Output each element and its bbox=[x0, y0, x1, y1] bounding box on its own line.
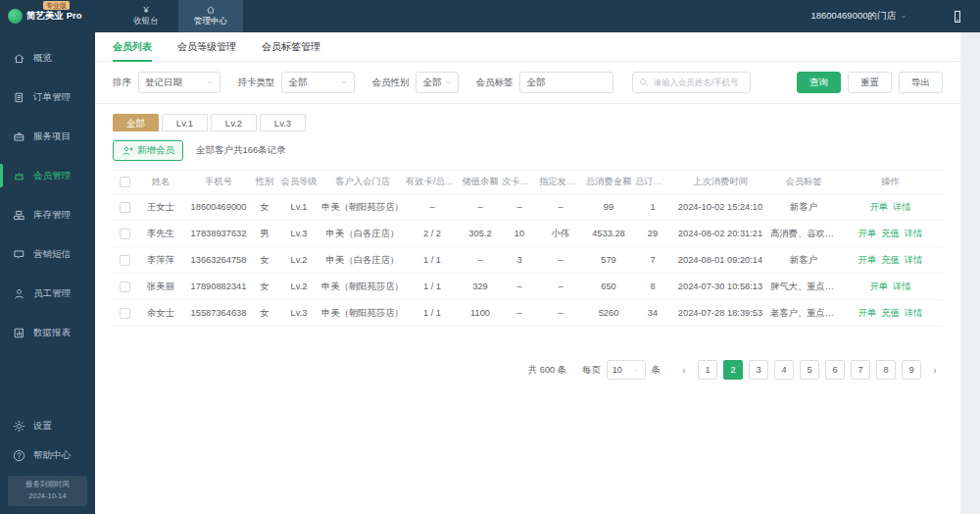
logo-badge: 专业版 bbox=[43, 1, 70, 10]
page-button-3[interactable]: 3 bbox=[749, 360, 768, 380]
cell-total: 579 bbox=[583, 247, 634, 274]
user-icon[interactable] bbox=[922, 10, 936, 24]
column-header: 姓名 bbox=[136, 171, 185, 194]
cell-orders: 29 bbox=[634, 221, 671, 247]
tab-member-level[interactable]: 会员等级管理 bbox=[177, 32, 236, 62]
scrollbar[interactable] bbox=[960, 32, 980, 514]
cell-cards: 1 / 1 bbox=[405, 247, 460, 274]
page-button-8[interactable]: 8 bbox=[876, 360, 896, 380]
page-button-2[interactable]: 2 bbox=[723, 360, 743, 380]
prev-page-button[interactable]: ‹ bbox=[676, 365, 692, 376]
action-link[interactable]: 充值 bbox=[881, 254, 900, 267]
row-checkbox[interactable] bbox=[120, 308, 130, 319]
cell-times: – bbox=[501, 300, 538, 327]
member-tag-label: 会员标签 bbox=[475, 77, 513, 89]
pagination-total: 共 600 条 bbox=[528, 364, 566, 377]
page-button-4[interactable]: 4 bbox=[774, 360, 794, 380]
topnav-label: 收银台 bbox=[133, 16, 159, 27]
page-size-select[interactable]: 10 bbox=[607, 360, 646, 380]
topnav-admin-center[interactable]: 管理中心 bbox=[178, 0, 243, 32]
mobile-icon[interactable] bbox=[951, 10, 964, 24]
sidebar-item-label: 库存管理 bbox=[33, 209, 71, 222]
cell-store: 申美（朝阳苑莎店） bbox=[320, 194, 405, 221]
cell-gender: 女 bbox=[252, 194, 277, 221]
cell-times: – bbox=[501, 194, 538, 221]
next-page-button[interactable]: › bbox=[927, 365, 943, 376]
sidebar-item-help[interactable]: 帮助中心 bbox=[0, 440, 95, 470]
level-tab-2[interactable]: Lv.2 bbox=[211, 114, 257, 131]
action-link[interactable]: 详情 bbox=[905, 307, 923, 320]
gender-select[interactable]: 全部 bbox=[416, 72, 459, 93]
row-checkbox[interactable] bbox=[120, 282, 130, 292]
cell-name: 张美丽 bbox=[136, 274, 185, 300]
action-link[interactable]: 充值 bbox=[881, 228, 900, 240]
action-link[interactable]: 详情 bbox=[893, 201, 911, 214]
chevron-down-icon bbox=[445, 78, 453, 86]
sidebar-item-label: 帮助中心 bbox=[33, 449, 71, 462]
cell-gender: 男 bbox=[252, 221, 277, 247]
sidebar-item-members[interactable]: 会员管理 bbox=[0, 156, 95, 195]
level-tab-1[interactable]: Lv.1 bbox=[162, 114, 208, 131]
table-row: 李先生17838937632男Lv.3申美（白各庄店）2 / 2305.210小… bbox=[113, 221, 943, 247]
action-link[interactable]: 详情 bbox=[893, 281, 911, 293]
topnav-cashier[interactable]: ¥收银台 bbox=[114, 0, 178, 32]
cell-stylist: 小伟 bbox=[538, 221, 583, 247]
sidebar-item-staff[interactable]: 员工管理 bbox=[0, 274, 95, 313]
per-page-unit: 条 bbox=[652, 364, 661, 377]
cell-level: Lv.3 bbox=[277, 300, 320, 327]
query-button[interactable]: 查询 bbox=[797, 72, 841, 93]
page-button-7[interactable]: 7 bbox=[851, 360, 870, 380]
level-tab-0[interactable]: 全部 bbox=[113, 114, 159, 131]
add-member-button[interactable]: 新增会员 bbox=[113, 140, 183, 161]
cell-actions: 开单详情 bbox=[838, 194, 943, 221]
level-tab-3[interactable]: Lv.3 bbox=[260, 114, 306, 131]
row-checkbox[interactable] bbox=[120, 202, 130, 213]
page-button-6[interactable]: 6 bbox=[825, 360, 845, 380]
cell-tags: 新客户 bbox=[769, 194, 838, 221]
cell-store: 申美（朝阳苑莎店） bbox=[320, 274, 405, 300]
search-input[interactable] bbox=[653, 77, 744, 87]
reset-button[interactable]: 重置 bbox=[848, 72, 892, 93]
crown-icon bbox=[13, 170, 25, 182]
column-header: 会员等级 bbox=[277, 171, 320, 194]
export-button[interactable]: 导出 bbox=[899, 72, 943, 93]
card-type-select[interactable]: 全部 bbox=[281, 72, 355, 93]
tab-member-tags[interactable]: 会员标签管理 bbox=[262, 32, 320, 62]
cell-balance: – bbox=[460, 194, 501, 221]
action-link[interactable]: 详情 bbox=[905, 254, 923, 267]
yen-icon: ¥ bbox=[141, 5, 151, 15]
sort-select[interactable]: 登记日期 bbox=[138, 72, 220, 93]
column-header: 操作 bbox=[838, 171, 943, 194]
row-checkbox[interactable] bbox=[120, 229, 130, 239]
action-link[interactable]: 开单 bbox=[869, 201, 888, 214]
cell-balance: 1100 bbox=[460, 300, 501, 327]
action-link[interactable]: 详情 bbox=[905, 228, 923, 240]
sidebar-item-services[interactable]: 服务项目 bbox=[0, 117, 95, 156]
tab-member-list[interactable]: 会员列表 bbox=[113, 32, 152, 62]
sidebar-item-overview[interactable]: 概览 bbox=[0, 38, 95, 77]
row-checkbox[interactable] bbox=[120, 255, 130, 266]
action-link[interactable]: 开单 bbox=[858, 254, 877, 267]
sidebar-item-inventory[interactable]: 库存管理 bbox=[0, 195, 95, 234]
sidebar-item-reports[interactable]: 数据报表 bbox=[0, 313, 95, 352]
row-actions: 开单详情 bbox=[839, 201, 942, 214]
cell-last_time: 2024-08-01 09:20:14 bbox=[671, 247, 769, 274]
sidebar-item-orders[interactable]: 订单管理 bbox=[0, 77, 95, 117]
page-button-1[interactable]: 1 bbox=[698, 360, 717, 380]
page-button-5[interactable]: 5 bbox=[800, 360, 819, 380]
checkbox-cell bbox=[113, 300, 136, 327]
sidebar-item-settings[interactable]: 设置 bbox=[0, 411, 95, 440]
member-tag-input[interactable] bbox=[519, 72, 613, 93]
action-link[interactable]: 充值 bbox=[881, 307, 900, 320]
action-link[interactable]: 开单 bbox=[869, 281, 888, 293]
store-selector[interactable]: 18600469000的门店 bbox=[810, 10, 907, 23]
cell-cards: – bbox=[405, 194, 460, 221]
select-all-checkbox[interactable] bbox=[120, 177, 130, 187]
cell-level: Lv.3 bbox=[277, 221, 320, 247]
page-button-9[interactable]: 9 bbox=[902, 360, 921, 380]
action-link[interactable]: 开单 bbox=[858, 307, 877, 320]
table-row: 余女士15587364638女Lv.3申美（朝阳苑莎店）1 / 11100––5… bbox=[113, 300, 943, 327]
sidebar-item-sms[interactable]: 营销短信 bbox=[0, 234, 95, 274]
cell-total: 5260 bbox=[583, 300, 634, 327]
action-link[interactable]: 开单 bbox=[858, 228, 877, 240]
